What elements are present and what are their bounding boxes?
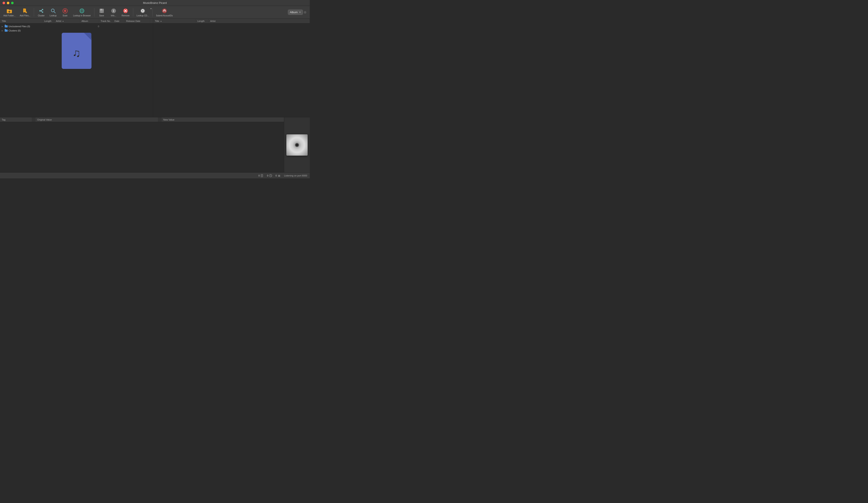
lookup-button[interactable]: Lookup (48, 7, 59, 18)
tag-col-headers: Tag Original Value New Value (0, 117, 284, 122)
svg-rect-49 (278, 175, 280, 175)
add-files-label: Add Files... (20, 14, 30, 17)
col-track-no[interactable]: Track No. (99, 19, 113, 23)
tag-content (0, 122, 284, 172)
artist-sort-arrow: ▲ (62, 20, 64, 22)
scan-icon (62, 8, 68, 14)
toolbar-sep-4 (152, 8, 153, 17)
remove-label: Remove (122, 14, 130, 17)
status-indicator (304, 11, 306, 14)
tag-sep-1 (32, 117, 35, 122)
info-button[interactable]: i Info... (108, 7, 119, 18)
add-folder-button[interactable]: Add Folder... (2, 7, 17, 18)
left-pane: Title Length Artist ▲ Album Track No. Da… (0, 19, 153, 117)
svg-rect-27 (101, 9, 102, 10)
scan-label: Scan (63, 14, 68, 17)
status-message: Listening on port 8000 (284, 174, 307, 177)
album-dropdown[interactable]: Album ▼ (288, 10, 303, 15)
lookup-in-browser-label: Lookup in Browser (73, 14, 91, 17)
expand-arrow: ▶ (2, 25, 3, 28)
minimize-button[interactable] (7, 2, 9, 4)
file-count-item: 0 (258, 174, 264, 177)
toolbar-sep-3 (133, 8, 133, 17)
right-col-title[interactable]: Title ▲ (153, 19, 196, 23)
svg-point-39 (143, 10, 143, 11)
svg-text:i: i (113, 9, 114, 12)
svg-point-12 (42, 9, 43, 10)
svg-point-20 (64, 10, 66, 11)
remove-button[interactable]: Remove (120, 7, 131, 18)
cluster-label: Cluster (38, 14, 45, 17)
right-col-headers: Title ▲ Length Artist (153, 19, 310, 23)
close-button[interactable] (2, 2, 5, 4)
file-count: 0 (258, 174, 260, 177)
music-note-icon: ♫ (72, 46, 81, 59)
add-files-button[interactable]: Add Files... (18, 7, 32, 18)
right-content (153, 23, 310, 117)
album-dropdown-chevron: ▼ (299, 11, 301, 13)
clusters-label: Clusters (0) (9, 29, 21, 32)
col-length[interactable]: Length (43, 19, 54, 23)
lower-section: Tag Original Value New Value (0, 117, 310, 172)
svg-point-16 (41, 10, 42, 11)
col-release-date[interactable]: Release Date (124, 19, 150, 23)
svg-rect-51 (278, 176, 280, 177)
save-button[interactable]: Save (96, 7, 107, 18)
music-file-icon: ♫ (62, 33, 92, 69)
svg-line-48 (271, 176, 271, 176)
col-album[interactable]: Album (80, 19, 99, 23)
submit-acoustids-button[interactable]: Submit AcoustIDs (154, 7, 174, 18)
lookup-cd-button[interactable]: Lookup CD... ▼ (135, 7, 151, 18)
drop-zone: ♫ (0, 33, 153, 69)
cluster-icon (38, 8, 44, 14)
submit-acoustids-icon (162, 8, 167, 14)
svg-point-41 (164, 10, 165, 11)
lookup-cd-dropdown-arrow[interactable]: ▼ (150, 8, 152, 10)
clusters-item[interactable]: ▶ Clusters (0) (0, 29, 153, 33)
toolbar-sep-1 (34, 8, 34, 17)
add-files-icon (22, 8, 28, 14)
lookup-in-browser-button[interactable]: Lookup in Browser (72, 7, 93, 18)
right-col-artist[interactable]: Artist (208, 19, 310, 23)
app-title: MusicBrainz Picard (143, 1, 167, 4)
cluster-count: 0 (276, 174, 277, 177)
submit-acoustids-label: Submit AcoustIDs (156, 14, 173, 17)
tag-col-new[interactable]: New Value (162, 117, 284, 122)
cluster-button[interactable]: Cluster (36, 7, 47, 18)
pending-count: 0 (267, 174, 268, 177)
titlebar: MusicBrainz Picard (0, 0, 310, 6)
clusters-expand-arrow: ▶ (2, 30, 3, 32)
col-title[interactable]: Title (0, 19, 43, 23)
left-col-headers: Title Length Artist ▲ Album Track No. Da… (0, 19, 153, 23)
lookup-cd-icon (140, 8, 146, 14)
svg-line-18 (54, 11, 55, 13)
cd-cover-art[interactable] (286, 134, 308, 156)
lookup-in-browser-icon (79, 8, 85, 14)
save-icon (99, 8, 105, 14)
tag-col-original[interactable]: Original Value (35, 117, 158, 122)
col-date[interactable]: Date (113, 19, 124, 23)
right-title-sort-arrow: ▲ (160, 20, 162, 22)
tag-col-tag[interactable]: Tag (0, 117, 32, 122)
lookup-label: Lookup (50, 14, 56, 17)
pending-count-item: 0 (267, 174, 272, 177)
scan-button[interactable]: Scan (60, 7, 71, 18)
traffic-lights (2, 2, 14, 4)
svg-rect-1 (7, 9, 9, 10)
statusbar: 0 0 0 (0, 172, 310, 178)
col-artist[interactable]: Artist ▲ (54, 19, 80, 23)
cd-hole (296, 144, 298, 146)
pending-icon (269, 174, 272, 177)
info-label: Info... (111, 14, 116, 17)
right-col-length[interactable]: Length (196, 19, 208, 23)
cover-art-panel (284, 117, 310, 172)
svg-point-11 (39, 10, 41, 11)
album-dropdown-label: Album (290, 11, 298, 14)
unclustered-files-item[interactable]: ▶ Unclustered Files (0) 0 (0, 24, 153, 29)
save-label: Save (99, 14, 104, 17)
file-tree: ▶ Unclustered Files (0) 0 ▶ Clusters (0)… (0, 23, 153, 117)
remove-icon (123, 8, 128, 14)
tag-panel: Tag Original Value New Value (0, 117, 284, 172)
maximize-button[interactable] (11, 2, 14, 4)
folder-icon (5, 25, 8, 28)
